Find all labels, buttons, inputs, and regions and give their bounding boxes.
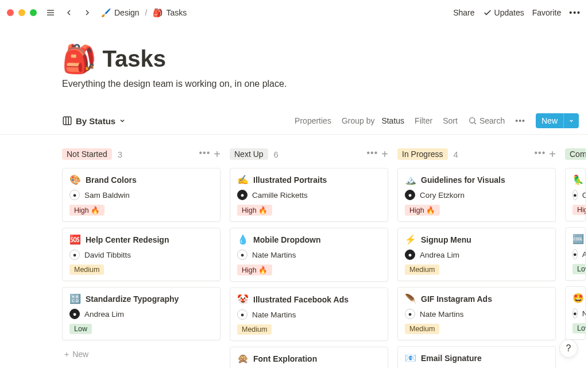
filter-button[interactable]: Filter <box>415 116 432 125</box>
card-assignee: ●Cory Etzkorn <box>405 190 548 200</box>
breadcrumb: 🖌️ Design / 🎒 Tasks <box>99 7 189 18</box>
card-title: 🆘Help Center Redesign <box>69 234 213 245</box>
task-card[interactable]: 🦜U●CHigl <box>565 168 586 221</box>
page-header: 🎒 Tasks <box>62 43 588 75</box>
card-title-text: Illustrated Portraits <box>253 175 327 185</box>
priority-badge: High 🔥 <box>237 264 272 275</box>
add-card-label: New <box>72 350 88 359</box>
board-column: Next Up6•••+✍️Illustrated Portraits●Cami… <box>230 145 388 368</box>
task-card[interactable]: ✍️Illustrated Portraits●Camille Ricketts… <box>230 168 388 222</box>
group-by-value: Status <box>381 116 404 125</box>
card-title-text: GIF Instagram Ads <box>421 294 492 304</box>
forward-button[interactable] <box>80 6 94 20</box>
help-button[interactable]: ? <box>559 339 578 358</box>
sort-button[interactable]: Sort <box>443 116 458 125</box>
status-tag[interactable]: Not Started <box>62 148 112 160</box>
task-card[interactable]: 💧Mobile Dropdown●Nate MartinsHigh 🔥 <box>230 228 388 282</box>
back-button[interactable] <box>62 6 76 20</box>
column-more-icon[interactable]: ••• <box>199 148 211 161</box>
card-icon: 🪶 <box>405 293 416 304</box>
card-assignee: ●Andrea Lim <box>405 250 548 260</box>
status-count: 4 <box>454 150 458 159</box>
board-column-partial: Com🦜U●CHigl🆒E●ALow🤩H●NLow <box>565 145 586 368</box>
avatar: ● <box>572 308 578 319</box>
status-tag[interactable]: In Progress <box>397 148 448 160</box>
properties-button[interactable]: Properties <box>295 116 331 125</box>
task-card[interactable]: 🤩H●NLow <box>565 286 586 340</box>
new-dropdown[interactable] <box>563 113 579 128</box>
plus-icon: + <box>64 350 69 359</box>
card-assignee: ●David Tibbitts <box>69 250 213 260</box>
breadcrumb-current[interactable]: 🎒 Tasks <box>150 7 189 18</box>
card-title-text: Help Center Redesign <box>86 235 169 244</box>
assignee-name: Nate Martins <box>252 310 296 319</box>
add-card-button[interactable]: +New <box>62 346 220 362</box>
more-icon[interactable]: ••• <box>569 8 581 17</box>
close-window-icon[interactable] <box>7 9 14 16</box>
column-more-icon[interactable]: ••• <box>367 148 378 161</box>
breadcrumb-parent[interactable]: 🖌️ Design <box>99 7 142 18</box>
assignee-name: Nate Martins <box>252 251 296 259</box>
group-by-button[interactable]: Group by Status <box>342 116 404 125</box>
task-card[interactable]: 🪶GIF Instagram Ads●Nate MartinsMedium <box>397 287 556 340</box>
card-title-text: Signup Menu <box>421 235 471 244</box>
assignee-name: Camille Ricketts <box>252 191 308 200</box>
chevron-down-icon <box>568 118 574 124</box>
status-tag[interactable]: Com <box>565 148 586 160</box>
priority-badge: Low <box>572 323 586 334</box>
assignee-name: A <box>582 250 586 259</box>
card-title: 📧Email Signature <box>405 352 548 363</box>
favorite-button[interactable]: Favorite <box>532 8 562 17</box>
card-assignee: ●Sam Baldwin <box>69 190 213 200</box>
column-add-icon[interactable]: + <box>549 148 556 161</box>
search-icon <box>468 116 477 125</box>
card-title: 🦜U <box>572 174 578 185</box>
avatar: ● <box>572 190 578 200</box>
minimize-window-icon[interactable] <box>18 9 25 16</box>
task-card[interactable]: 🆒E●ALow <box>565 227 586 281</box>
column-add-icon[interactable]: + <box>214 148 220 161</box>
task-card[interactable]: ⚡Signup Menu●Andrea LimMedium <box>397 228 556 281</box>
avatar: ● <box>237 250 247 260</box>
new-button[interactable]: New <box>536 113 579 128</box>
page-subtitle[interactable]: Everything the design team is working on… <box>62 79 588 89</box>
column-actions: •••+ <box>199 148 221 161</box>
card-icon: 💧 <box>237 234 249 245</box>
task-card[interactable]: 🙊Font Exploration <box>230 347 388 368</box>
svg-line-7 <box>474 122 476 124</box>
column-actions: •••+ <box>535 148 556 161</box>
card-title: 🎨Brand Colors <box>69 174 213 185</box>
card-title: ✍️Illustrated Portraits <box>237 174 381 185</box>
card-icon: 🏔️ <box>405 174 416 185</box>
card-title: 🤩H <box>572 293 578 304</box>
menu-icon[interactable] <box>44 6 57 20</box>
page-title[interactable]: Tasks <box>102 46 165 72</box>
board-column: Not Started3•••+🎨Brand Colors●Sam Baldwi… <box>62 145 220 368</box>
page-icon[interactable]: 🎒 <box>62 43 96 75</box>
column-more-icon[interactable]: ••• <box>535 148 546 161</box>
updates-label: Updates <box>494 8 524 17</box>
column-add-icon[interactable]: + <box>381 148 388 161</box>
card-title: ⚡Signup Menu <box>405 234 548 245</box>
search-button[interactable]: Search <box>468 116 505 125</box>
status-count: 6 <box>274 150 278 159</box>
task-card[interactable]: 🤡Illustrated Facebook Ads●Nate MartinsMe… <box>230 288 388 341</box>
task-card[interactable]: 🏔️Guidelines for Visuals●Cory EtzkornHig… <box>397 168 556 222</box>
task-card[interactable]: 🎨Brand Colors●Sam BaldwinHigh 🔥 <box>62 168 220 222</box>
toolbar-more-icon[interactable]: ••• <box>515 116 525 125</box>
card-title-text: Font Exploration <box>253 354 317 363</box>
card-icon: 🆒 <box>572 233 584 244</box>
task-card[interactable]: 🔠Standardize Typography●Andrea LimLow <box>62 287 220 340</box>
priority-badge: High 🔥 <box>69 205 105 216</box>
task-card[interactable]: 📧Email Signature <box>397 346 556 368</box>
avatar: ● <box>405 190 415 200</box>
maximize-window-icon[interactable] <box>30 9 37 16</box>
view-picker[interactable]: By Status <box>62 116 126 126</box>
card-title-text: Mobile Dropdown <box>253 235 320 244</box>
status-tag[interactable]: Next Up <box>230 148 268 160</box>
task-card[interactable]: 🆘Help Center Redesign●David TibbittsMedi… <box>62 228 220 281</box>
avatar: ● <box>405 250 415 260</box>
updates-button[interactable]: Updates <box>483 8 524 17</box>
card-assignee: ●Camille Ricketts <box>237 190 381 200</box>
share-button[interactable]: Share <box>453 8 474 17</box>
